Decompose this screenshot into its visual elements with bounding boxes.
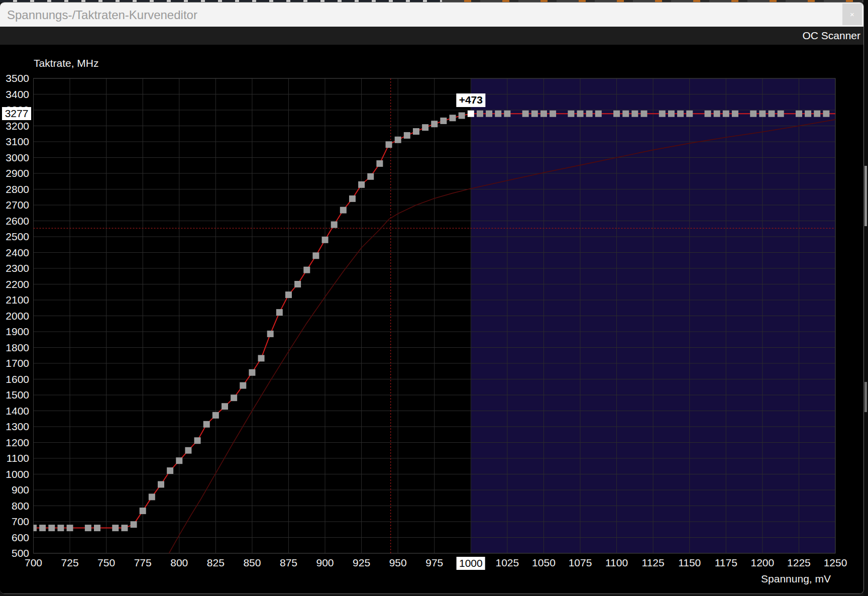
close-icon: ×: [842, 4, 862, 25]
vf-point[interactable]: [622, 111, 629, 117]
vf-point[interactable]: [677, 111, 684, 117]
vf-point[interactable]: [167, 467, 173, 474]
vf-point[interactable]: [750, 111, 756, 117]
vf-point[interactable]: [140, 508, 146, 514]
vf-point[interactable]: [723, 111, 729, 117]
vf-point[interactable]: [568, 111, 574, 117]
vf-point[interactable]: [331, 222, 338, 228]
vf-point[interactable]: [340, 207, 347, 214]
vf-point[interactable]: [322, 237, 329, 243]
vf-point[interactable]: [312, 252, 319, 259]
vf-point[interactable]: [48, 525, 55, 531]
vf-point[interactable]: [185, 447, 191, 454]
background-app-edge: [863, 0, 868, 596]
oc-scanner-button[interactable]: OC Scanner: [802, 30, 860, 42]
vf-point[interactable]: [459, 113, 465, 119]
vf-point[interactable]: [249, 369, 255, 376]
vf-point[interactable]: [194, 437, 201, 444]
vf-point[interactable]: [276, 309, 283, 316]
vf-point[interactable]: [267, 331, 274, 337]
y-tick-label: 1100: [7, 452, 29, 464]
vf-point[interactable]: [222, 403, 228, 410]
vf-point[interactable]: [131, 521, 137, 528]
vf-point[interactable]: [149, 493, 155, 500]
vf-point[interactable]: [121, 525, 128, 531]
vf-point[interactable]: [67, 525, 73, 531]
vf-point[interactable]: [395, 137, 401, 143]
vf-point[interactable]: [823, 111, 829, 117]
vf-point[interactable]: [303, 267, 310, 273]
vf-point[interactable]: [431, 121, 438, 127]
x-tick-label: 1225: [787, 557, 811, 568]
vf-point[interactable]: [586, 111, 593, 117]
vf-point[interactable]: [450, 115, 456, 121]
vf-point[interactable]: [668, 111, 675, 117]
y-tick-label: 2700: [6, 199, 29, 211]
vf-point[interactable]: [349, 195, 356, 202]
vf-point[interactable]: [404, 132, 410, 139]
vf-point[interactable]: [814, 111, 820, 117]
vf-point[interactable]: [358, 181, 365, 188]
vf-point[interactable]: [367, 173, 374, 180]
vf-point[interactable]: [631, 111, 638, 117]
vf-point[interactable]: [540, 111, 547, 117]
close-button[interactable]: ×: [842, 4, 862, 25]
vf-point[interactable]: [294, 281, 301, 287]
vf-point[interactable]: [422, 124, 428, 131]
vf-point[interactable]: [440, 118, 447, 124]
vf-point[interactable]: [778, 111, 784, 117]
vf-curve-plot[interactable]: 7007257507758008258508759009259509751025…: [0, 45, 864, 594]
vf-point[interactable]: [85, 525, 91, 531]
vf-point[interactable]: [386, 141, 392, 148]
vf-point[interactable]: [732, 111, 738, 117]
vf-point[interactable]: [477, 111, 483, 117]
y-tick-label: 600: [12, 532, 29, 543]
vf-point[interactable]: [705, 111, 711, 117]
vf-point[interactable]: [376, 160, 383, 167]
vf-point[interactable]: [258, 355, 265, 361]
background-scrollbar-thumb: [864, 382, 867, 412]
vf-point[interactable]: [504, 111, 510, 117]
vf-point[interactable]: [769, 111, 775, 117]
selected-voltage-axis-label: 1000: [457, 557, 485, 570]
vf-point[interactable]: [595, 111, 602, 117]
y-tick-label: 3100: [6, 136, 29, 147]
titlebar[interactable]: Spannungs-/Taktraten-Kurveneditor ×: [0, 3, 863, 27]
x-tick-label: 1250: [824, 557, 847, 568]
vf-point[interactable]: [805, 111, 811, 117]
vf-point[interactable]: [577, 111, 584, 117]
x-tick-label: 1200: [751, 557, 775, 568]
vf-point[interactable]: [39, 525, 46, 531]
vf-point[interactable]: [413, 128, 419, 135]
vf-point-selected[interactable]: [468, 111, 474, 117]
vf-point[interactable]: [495, 111, 501, 117]
x-tick-label: 825: [207, 557, 225, 568]
vf-point[interactable]: [94, 525, 100, 531]
vf-point[interactable]: [759, 111, 766, 117]
y-tick-label: 2300: [6, 262, 29, 274]
vf-point[interactable]: [550, 111, 556, 117]
vf-point[interactable]: [212, 412, 219, 419]
vf-point[interactable]: [531, 111, 538, 117]
vf-point[interactable]: [158, 481, 164, 487]
vf-point[interactable]: [57, 525, 64, 531]
vf-point[interactable]: [714, 111, 720, 117]
vf-point[interactable]: [686, 111, 693, 117]
vf-point[interactable]: [796, 111, 802, 117]
vf-point[interactable]: [659, 111, 666, 117]
vf-point[interactable]: [613, 111, 620, 117]
vf-point[interactable]: [176, 457, 182, 464]
vf-point[interactable]: [486, 111, 492, 117]
x-tick-label: 1050: [532, 557, 556, 568]
vf-point[interactable]: [112, 525, 119, 531]
y-tick-label: 1900: [6, 326, 29, 337]
vf-point[interactable]: [231, 394, 237, 401]
vf-point[interactable]: [240, 382, 246, 389]
x-tick-label: 1075: [569, 557, 592, 568]
vf-point[interactable]: [203, 421, 210, 428]
vf-point[interactable]: [285, 291, 292, 298]
vf-point[interactable]: [641, 111, 647, 117]
background-scrollbar-thumb: [864, 166, 867, 226]
vf-point[interactable]: [30, 525, 37, 531]
vf-point[interactable]: [522, 111, 529, 117]
